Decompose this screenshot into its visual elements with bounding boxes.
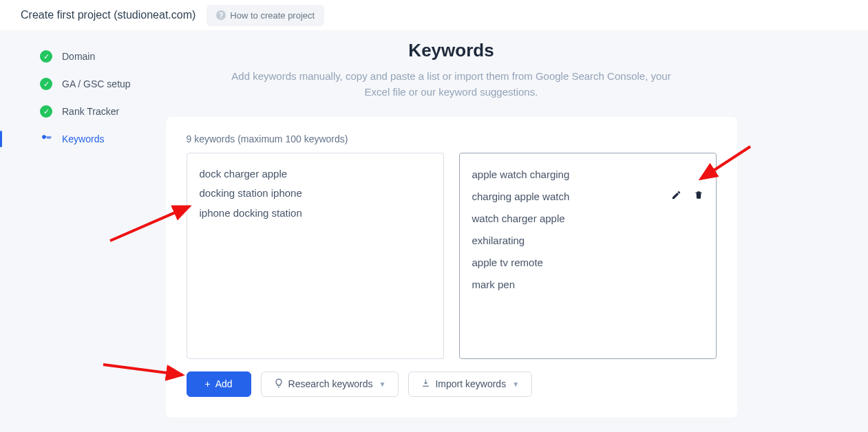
bulb-icon xyxy=(274,378,284,390)
keyword-count-label: 9 keywords (maximum 100 keywords) xyxy=(187,133,717,144)
keyword-input-line: iphone docking station xyxy=(200,204,431,224)
keyword-row-actions xyxy=(671,187,703,207)
chevron-down-icon: ▼ xyxy=(379,380,386,388)
keyword-row[interactable]: charging apple watch xyxy=(472,186,703,208)
keyword-row[interactable]: apple watch charging xyxy=(472,164,703,186)
help-label: How to create project xyxy=(230,10,315,21)
keyword-input-line: dock charger apple xyxy=(200,164,431,184)
keyword-text: watch charger apple xyxy=(472,209,565,229)
sidebar-item-ga-gsc-setup[interactable]: ✓GA / GSC setup xyxy=(40,70,158,98)
sidebar-item-rank-tracker[interactable]: ✓Rank Tracker xyxy=(40,98,158,125)
check-icon: ✓ xyxy=(40,78,52,90)
keyword-row[interactable]: mark pen xyxy=(472,274,703,296)
download-icon xyxy=(421,378,430,389)
research-label: Research keywords xyxy=(288,378,373,389)
keyword-text: apple tv remote xyxy=(472,253,543,273)
keyword-row[interactable]: apple tv remote xyxy=(472,252,703,274)
section-heading: Keywords xyxy=(408,40,494,61)
keyword-input-line: docking station iphone xyxy=(200,184,431,204)
import-keywords-button[interactable]: Import keywords ▼ xyxy=(408,371,532,397)
add-label: Add xyxy=(215,378,233,389)
keyword-list-panel: apple watch chargingcharging apple watch… xyxy=(459,153,717,359)
check-icon: ✓ xyxy=(40,105,52,118)
keyword-text: charging apple watch xyxy=(472,187,570,207)
keyword-input-panel[interactable]: dock charger appledocking station iphone… xyxy=(187,153,444,359)
section-subheading: Add keywords manually, copy and paste a … xyxy=(231,68,672,100)
topbar: Create first project (studioneat.com) ? … xyxy=(0,0,868,30)
sidebar-item-label: Keywords xyxy=(62,133,104,144)
keyword-text: apple watch charging xyxy=(472,165,570,185)
keywords-card: 9 keywords (maximum 100 keywords) dock c… xyxy=(166,117,737,418)
sidebar-item-label: GA / GSC setup xyxy=(62,78,131,89)
chevron-down-icon: ▼ xyxy=(512,380,519,388)
sidebar-item-label: Rank Tracker xyxy=(62,106,119,117)
help-button[interactable]: ? How to create project xyxy=(207,5,324,26)
main-panel: Keywords Add keywords manually, copy and… xyxy=(158,36,868,418)
keyword-row[interactable]: watch charger apple xyxy=(472,208,703,230)
sidebar-item-keywords[interactable]: Keywords xyxy=(40,125,158,153)
sidebar: ✓Domain✓GA / GSC setup✓Rank TrackerKeywo… xyxy=(0,36,158,418)
delete-icon[interactable] xyxy=(694,187,703,207)
plus-icon: + xyxy=(205,378,211,389)
research-keywords-button[interactable]: Research keywords ▼ xyxy=(261,371,399,397)
action-buttons: + Add Research keywords ▼ Import keyword… xyxy=(187,371,717,397)
question-icon: ? xyxy=(216,10,226,20)
key-icon xyxy=(40,132,52,146)
check-icon: ✓ xyxy=(40,50,52,63)
keyword-text: mark pen xyxy=(472,275,516,295)
edit-icon[interactable] xyxy=(671,187,681,207)
keyword-row[interactable]: exhilarating xyxy=(472,230,703,252)
add-button[interactable]: + Add xyxy=(187,371,251,397)
sidebar-item-domain[interactable]: ✓Domain xyxy=(40,43,158,70)
page-title: Create first project (studioneat.com) xyxy=(21,9,195,21)
keyword-text: exhilarating xyxy=(472,231,525,251)
import-label: Import keywords xyxy=(435,378,506,389)
sidebar-item-label: Domain xyxy=(62,51,95,62)
